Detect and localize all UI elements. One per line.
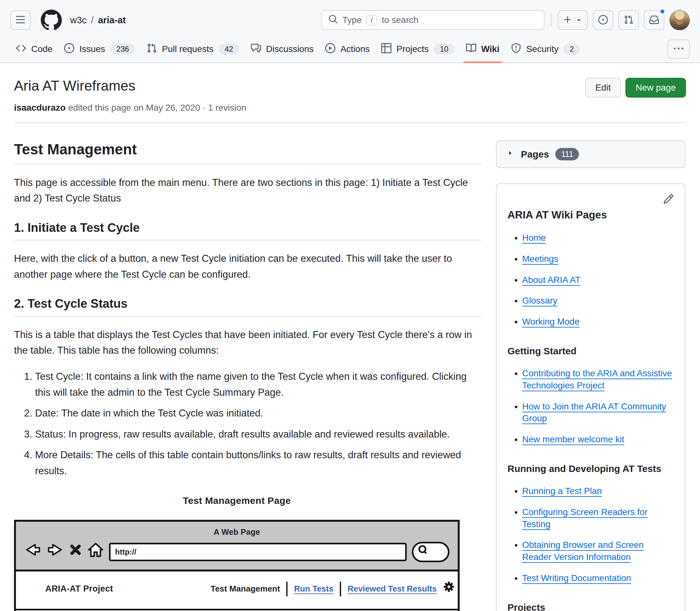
pages-toggle[interactable]: Pages 111 bbox=[496, 140, 685, 168]
breadcrumb-separator: / bbox=[91, 15, 94, 26]
sidebar-link-glossary[interactable]: Glossary bbox=[522, 296, 557, 306]
section-1-heading: 1. Initiate a Test Cycle bbox=[14, 220, 481, 241]
list-item: New member welcome kit bbox=[522, 433, 674, 446]
sidebar-link-home[interactable]: Home bbox=[522, 233, 546, 243]
global-header-area: w3c / aria-at Type / to search bbox=[0, 0, 700, 63]
list-item: How to Join the ARIA AT Community Group bbox=[522, 401, 674, 425]
sidebar-link-configuring-screen-readers[interactable]: Configuring Screen Readers for Testing bbox=[522, 507, 648, 529]
section-1-body: Here, with the click of a button, a new … bbox=[14, 251, 481, 282]
list-item: Contributing to the ARIA and Assistive T… bbox=[522, 367, 674, 392]
sidebar-link-working-mode[interactable]: Working Mode bbox=[522, 317, 579, 327]
book-icon bbox=[466, 43, 476, 56]
tab-projects[interactable]: Projects 10 bbox=[376, 36, 460, 62]
tab-label: Issues bbox=[79, 44, 105, 54]
sidebar-link-join-community[interactable]: How to Join the ARIA AT Community Group bbox=[522, 402, 666, 423]
list-item: Date: The date in which the Test Cycle w… bbox=[35, 405, 481, 421]
sidebar-top-links: Home Meetings About ARIA AT Glossary Wor… bbox=[507, 232, 674, 328]
wiki-sidebar: Pages 111 ARIA AT Wiki Pages Home Meetin… bbox=[496, 140, 685, 611]
pages-count-badge: 111 bbox=[555, 148, 579, 160]
header-rule bbox=[14, 122, 686, 123]
wireframe-toolbar: http:// bbox=[24, 541, 450, 563]
plus-icon bbox=[563, 15, 573, 26]
close-x-icon bbox=[69, 543, 82, 561]
sidebar-link-meetings[interactable]: Meetings bbox=[522, 254, 559, 264]
columns-list: Test Cycle: It contains a link with the … bbox=[14, 369, 481, 479]
sidebar-group-links: Contributing to the ARIA and Assistive T… bbox=[507, 367, 674, 446]
search-input[interactable]: Type / to search bbox=[321, 10, 545, 30]
pages-label: Pages bbox=[521, 149, 549, 160]
pencil-icon bbox=[663, 200, 674, 205]
breadcrumb: w3c / aria-at bbox=[70, 15, 126, 26]
author-link[interactable]: isaacdurazo bbox=[14, 103, 66, 113]
sidebar-group-heading: Projects bbox=[507, 602, 674, 611]
security-counter: 2 bbox=[564, 44, 580, 55]
nav-separator bbox=[340, 582, 341, 596]
notifications-inbox-button[interactable] bbox=[644, 10, 664, 30]
inbox-icon bbox=[649, 15, 659, 26]
tab-label: Pull requests bbox=[162, 44, 214, 54]
tab-code[interactable]: Code bbox=[10, 36, 58, 62]
list-item: Status: In progress, raw results availab… bbox=[35, 426, 481, 442]
wireframe-brand: ARIA-AT Project bbox=[45, 582, 113, 596]
tab-security[interactable]: Security 2 bbox=[505, 36, 586, 62]
caret-right-icon bbox=[506, 149, 515, 160]
tab-discussions[interactable]: Discussions bbox=[245, 36, 319, 62]
tab-issues[interactable]: Issues 236 bbox=[58, 36, 141, 62]
wiki-page: Aria AT Wireframes Edit New page isaacdu… bbox=[0, 78, 700, 611]
sidebar-card-title: ARIA AT Wiki Pages bbox=[507, 209, 674, 221]
tab-pull-requests[interactable]: Pull requests 42 bbox=[141, 36, 245, 62]
list-item: Obtaining Browser and Screen Reader Vers… bbox=[522, 539, 674, 563]
list-item: Configuring Screen Readers for Testing bbox=[522, 506, 674, 530]
github-logo[interactable] bbox=[41, 10, 62, 31]
tab-label: Wiki bbox=[481, 44, 500, 54]
dot-separator: · bbox=[203, 103, 206, 113]
section-2-heading: 2. Test Cycle Status bbox=[14, 296, 481, 317]
wireframe-url-bar: http:// bbox=[109, 543, 407, 561]
header-divider bbox=[551, 14, 551, 27]
wiki-header: Aria AT Wireframes Edit New page bbox=[14, 78, 686, 98]
tab-wiki[interactable]: Wiki bbox=[460, 36, 505, 62]
tab-overflow-button[interactable] bbox=[668, 40, 690, 59]
wireframe-nav-current: Test Management bbox=[211, 582, 280, 596]
wireframe-search-button bbox=[412, 542, 450, 562]
wireframe-nav-link: Run Tests bbox=[294, 582, 333, 596]
revision-count: 1 revision bbox=[208, 103, 246, 113]
caret-down-icon bbox=[575, 16, 583, 25]
edit-sidebar-button[interactable] bbox=[662, 192, 675, 207]
list-item: Home bbox=[522, 232, 674, 244]
tab-label: Actions bbox=[340, 44, 370, 54]
sidebar-link-contributing[interactable]: Contributing to the ARIA and Assistive T… bbox=[522, 368, 672, 390]
tab-label: Security bbox=[526, 44, 559, 54]
new-page-button[interactable]: New page bbox=[625, 78, 686, 98]
edited-text: edited this page on May 26, 2020 bbox=[68, 103, 200, 113]
tab-label: Discussions bbox=[266, 44, 314, 54]
breadcrumb-repo[interactable]: aria-at bbox=[98, 15, 126, 26]
issues-dashboard-button[interactable] bbox=[593, 10, 613, 30]
hamburger-menu-button[interactable] bbox=[10, 10, 31, 30]
pull-requests-dashboard-button[interactable] bbox=[619, 10, 639, 30]
breadcrumb-owner[interactable]: w3c bbox=[70, 15, 87, 26]
sidebar-link-test-writing-docs[interactable]: Test Writing Documentation bbox=[522, 573, 631, 583]
page-title: Aria AT Wireframes bbox=[14, 78, 136, 94]
sidebar-link-version-info[interactable]: Obtaining Browser and Screen Reader Vers… bbox=[522, 540, 643, 562]
wireframe-caption: Test Management Page bbox=[14, 493, 460, 508]
slash-key-hint: / bbox=[366, 15, 377, 26]
sidebar-link-welcome-kit[interactable]: New member welcome kit bbox=[522, 434, 624, 444]
play-icon bbox=[325, 43, 335, 56]
wireframe-browser-chrome: A Web Page bbox=[16, 522, 458, 572]
tab-actions[interactable]: Actions bbox=[319, 36, 376, 62]
user-avatar[interactable] bbox=[669, 10, 690, 30]
sidebar-link-running-test-plan[interactable]: Running a Test Plan bbox=[522, 486, 602, 496]
search-magnifier-icon bbox=[416, 543, 429, 561]
list-item: More Details: The cells of this table co… bbox=[35, 447, 481, 479]
sidebar-group-heading: Getting Started bbox=[507, 346, 674, 357]
create-new-button[interactable] bbox=[558, 10, 588, 30]
wireframe-site-header: ARIA-AT Project Test Management Run Test… bbox=[16, 571, 458, 605]
sidebar-link-about[interactable]: About ARIA AT bbox=[522, 275, 580, 285]
kebab-horizontal-icon bbox=[674, 44, 683, 55]
hamburger-icon bbox=[15, 15, 26, 26]
list-item: Working Mode bbox=[522, 316, 674, 328]
forward-arrow-icon bbox=[47, 542, 64, 563]
intro-paragraph: This page is accessible from the main me… bbox=[14, 175, 481, 206]
edit-button[interactable]: Edit bbox=[585, 78, 621, 98]
